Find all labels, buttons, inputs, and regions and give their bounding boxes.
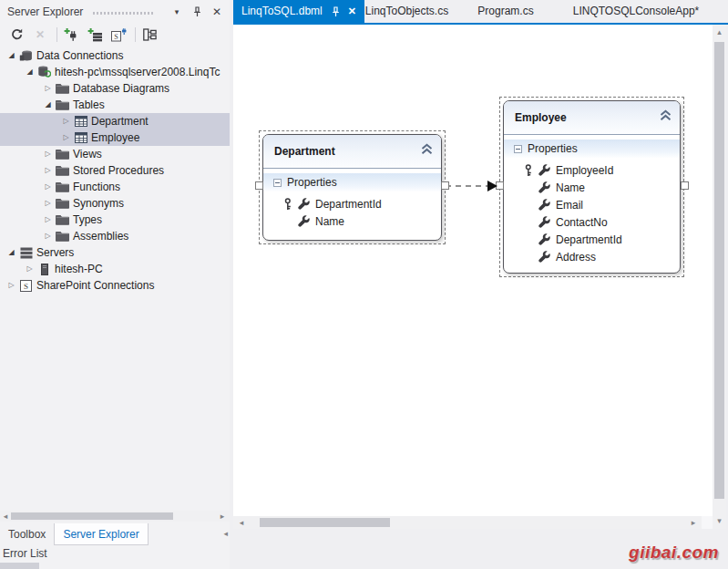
collapse-minus-icon[interactable] <box>514 145 522 153</box>
tree-item-assemblies[interactable]: ▷Assemblies <box>0 228 230 244</box>
scroll-down-icon[interactable]: ▾ <box>713 515 726 527</box>
editor-horizontal-scrollbar[interactable]: ◂ ▸ <box>233 516 702 529</box>
collapse-arrow-icon[interactable]: ◢ <box>5 47 17 64</box>
property-row-departmentid[interactable]: DepartmentId <box>263 195 441 212</box>
editor-vertical-scrollbar[interactable]: ▴ ▾ <box>713 25 726 529</box>
tree-item-servers[interactable]: ◢Servers <box>0 244 230 261</box>
tab-toolbox[interactable]: Toolbox <box>0 523 54 545</box>
properties-section-header[interactable]: Properties <box>504 140 680 158</box>
tab-server-explorer[interactable]: Server Explorer <box>54 523 148 545</box>
tree-item-database-diagrams[interactable]: ▷Database Diagrams <box>0 80 230 97</box>
selection-handle[interactable] <box>681 181 689 190</box>
servers-icon <box>17 247 35 259</box>
scroll-right-icon[interactable]: ▸ <box>687 516 700 529</box>
property-row-employeeid[interactable]: EmployeeId <box>504 161 680 179</box>
property-row-contactno[interactable]: ContactNo <box>504 213 680 231</box>
tab-scroll-left-icon[interactable]: ◂ <box>223 529 228 538</box>
expand-arrow-icon[interactable]: ▷ <box>42 195 54 212</box>
collapse-arrow-icon[interactable]: ◢ <box>42 97 54 113</box>
entity-title: Department <box>274 145 335 158</box>
expand-arrow-icon[interactable]: ▷ <box>42 162 54 179</box>
expand-arrow-icon[interactable]: ▷ <box>60 113 72 129</box>
tree-item-sharepoint-connections[interactable]: ▷SSharePoint Connections <box>0 277 230 294</box>
connect-to-sharepoint-icon[interactable]: S <box>109 26 128 43</box>
tree-item-label: SharePoint Connections <box>35 279 154 292</box>
primary-key-icon <box>283 198 298 211</box>
properties-section-label: Properties <box>528 142 578 155</box>
scroll-right-icon[interactable]: ▸ <box>217 511 228 522</box>
dbml-designer-surface[interactable]: DepartmentPropertiesDepartmentIdNameEmpl… <box>233 25 713 516</box>
property-row-name[interactable]: Name <box>504 179 680 196</box>
expand-arrow-icon[interactable]: ▷ <box>42 80 54 97</box>
association-arrow-icon <box>487 181 497 191</box>
tab-linqtosqlconsoleapp[interactable]: LINQTOSQLConsoleApp* <box>547 0 725 23</box>
tree-item-label: Employee <box>89 131 139 144</box>
tree-item-hitesh-pc-mssqlserver2008-linqtc[interactable]: ◢hitesh-pc\mssqlserver2008.LinqTc <box>0 64 230 80</box>
entity-employee[interactable]: EmployeePropertiesEmployeeIdNameEmailCon… <box>503 100 681 274</box>
server-explorer-tree: ◢Data Connections◢hitesh-pc\mssqlserver2… <box>0 47 230 294</box>
tree-item-stored-procedures[interactable]: ▷Stored Procedures <box>0 162 230 179</box>
collapse-chevron-icon[interactable] <box>420 143 434 158</box>
connect-to-server-icon[interactable] <box>86 26 104 43</box>
close-icon[interactable]: ✕ <box>210 5 224 19</box>
server-explorer-titlebar[interactable]: Server Explorer ▾ ✕ <box>0 0 230 24</box>
panel-title: Server Explorer <box>7 5 83 18</box>
scroll-up-icon[interactable]: ▴ <box>713 26 726 38</box>
tree-item-employee[interactable]: ▷Employee <box>0 129 230 146</box>
collapse-arrow-icon[interactable]: ◢ <box>24 64 36 80</box>
tab-linqtoobjects-cs[interactable]: LinqToObjects.cs <box>349 0 465 23</box>
expand-arrow-icon[interactable]: ▷ <box>24 261 36 277</box>
expand-arrow-icon[interactable]: ▷ <box>42 228 54 244</box>
expand-arrow-icon[interactable]: ▷ <box>5 277 17 294</box>
tree-item-data-connections[interactable]: ◢Data Connections <box>0 47 230 64</box>
scrollbar-thumb[interactable] <box>11 512 173 520</box>
scroll-left-icon[interactable]: ◂ <box>0 511 11 522</box>
property-name: DepartmentId <box>315 198 382 211</box>
property-row-departmentid[interactable]: DepartmentId <box>504 231 680 248</box>
collapse-chevron-icon[interactable] <box>659 109 672 124</box>
tree-item-types[interactable]: ▷Types <box>0 212 230 228</box>
expand-arrow-icon[interactable]: ▷ <box>42 179 54 195</box>
delete-icon[interactable]: ✕ <box>31 26 49 43</box>
property-row-name[interactable]: Name <box>263 212 441 230</box>
expand-arrow-icon[interactable]: ▷ <box>42 146 54 162</box>
tree-item-department[interactable]: ▷Department <box>0 113 230 129</box>
property-row-email[interactable]: Email <box>504 196 680 213</box>
tree-item-synonyms[interactable]: ▷Synonyms <box>0 195 230 212</box>
tab-linqtosql-dbml[interactable]: LinqToSQL.dbml✕ <box>233 0 364 23</box>
window-position-dropdown-icon[interactable]: ▾ <box>169 5 184 19</box>
connect-to-database-icon[interactable] <box>62 26 80 43</box>
tree-item-hitesh-pc[interactable]: ▷hitesh-PC <box>0 261 230 277</box>
scrollbar-thumb[interactable] <box>714 42 724 499</box>
entity-department[interactable]: DepartmentPropertiesDepartmentIdName <box>262 134 442 241</box>
property-wrench-icon <box>298 198 315 210</box>
pin-icon[interactable] <box>332 6 340 17</box>
collapsed-panel-tab[interactable] <box>0 563 39 569</box>
tree-item-label: Department <box>89 115 149 128</box>
auto-hide-layout-icon[interactable] <box>140 26 159 43</box>
tree-horizontal-scrollbar[interactable]: ◂ ▸ <box>0 511 230 522</box>
collapse-arrow-icon[interactable]: ◢ <box>5 244 17 261</box>
refresh-icon[interactable] <box>7 26 26 43</box>
association-line[interactable] <box>446 185 491 187</box>
tab-label: LinqToObjects.cs <box>365 5 448 17</box>
titlebar-grip[interactable] <box>92 11 155 16</box>
selection-handle[interactable] <box>441 181 449 190</box>
collapse-minus-icon[interactable] <box>273 179 282 187</box>
property-row-address[interactable]: Address <box>504 248 680 265</box>
expand-arrow-icon[interactable]: ▷ <box>60 129 72 146</box>
tree-item-tables[interactable]: ◢Tables <box>0 97 230 113</box>
properties-section-header[interactable]: Properties <box>263 173 441 191</box>
folder-icon <box>54 149 71 160</box>
primary-key-icon <box>524 164 538 177</box>
scrollbar-thumb[interactable] <box>260 518 390 527</box>
error-list-panel-header[interactable]: Error List <box>0 545 230 562</box>
tab-program-cs[interactable]: Program.cs <box>465 0 547 23</box>
scroll-left-icon[interactable]: ◂ <box>235 516 248 529</box>
pin-icon[interactable] <box>190 5 204 19</box>
tree-item-views[interactable]: ▷Views <box>0 146 230 162</box>
expand-arrow-icon[interactable]: ▷ <box>42 212 54 228</box>
tree-item-functions[interactable]: ▷Functions <box>0 179 230 195</box>
selection-handle[interactable] <box>255 181 263 190</box>
property-name: Email <box>556 199 583 212</box>
